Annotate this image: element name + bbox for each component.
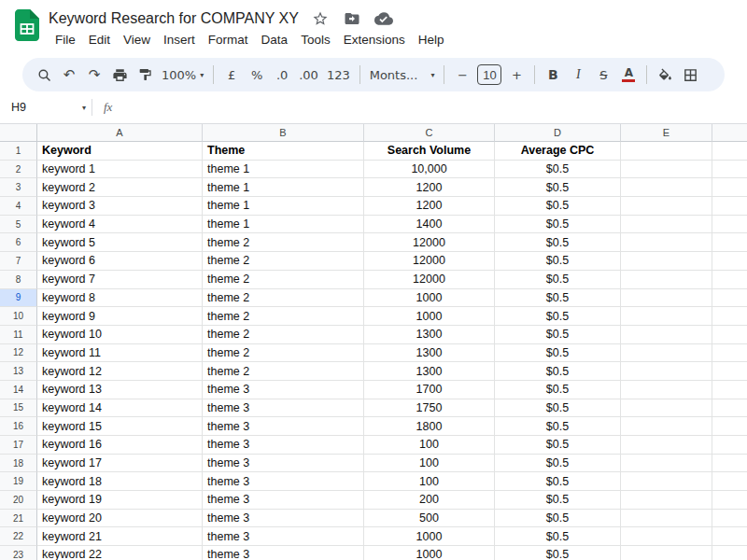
cell[interactable]: $0.5 — [495, 161, 621, 179]
row-header-5[interactable]: 5 — [0, 216, 37, 234]
cell[interactable]: theme 2 — [203, 344, 364, 363]
cell[interactable]: 1000 — [364, 289, 495, 308]
cell[interactable] — [621, 307, 712, 326]
cell[interactable]: $0.5 — [495, 527, 621, 546]
menu-item-view[interactable]: View — [117, 31, 157, 49]
menu-item-edit[interactable]: Edit — [82, 31, 117, 49]
cell[interactable] — [712, 252, 747, 271]
cell[interactable] — [712, 472, 747, 491]
row-header-6[interactable]: 6 — [0, 233, 37, 252]
cell[interactable]: keyword 6 — [37, 252, 203, 271]
cell[interactable] — [712, 178, 747, 197]
row-header-23[interactable]: 23 — [0, 546, 37, 560]
cell[interactable]: keyword 12 — [37, 362, 203, 381]
cell[interactable] — [621, 216, 712, 234]
cell[interactable]: 1000 — [364, 527, 495, 546]
cell[interactable]: $0.5 — [495, 197, 621, 216]
column-header-e[interactable]: E — [621, 124, 712, 142]
row-header-21[interactable]: 21 — [0, 510, 37, 528]
cell[interactable]: $0.5 — [495, 326, 621, 344]
cell[interactable]: 12000 — [364, 233, 495, 252]
cell[interactable]: $0.5 — [495, 510, 621, 528]
cell[interactable]: $0.5 — [495, 436, 621, 455]
cell[interactable] — [621, 417, 712, 436]
cell[interactable]: keyword 22 — [37, 546, 203, 560]
cell[interactable]: 1400 — [364, 216, 495, 234]
cell[interactable]: keyword 15 — [37, 417, 203, 436]
cell[interactable] — [621, 197, 712, 216]
more-formats-button[interactable]: 123 — [323, 63, 354, 87]
cell[interactable]: Keyword — [37, 142, 203, 161]
cell[interactable] — [712, 546, 747, 560]
cell[interactable]: $0.5 — [495, 381, 621, 399]
cell[interactable]: theme 2 — [203, 362, 364, 381]
cell[interactable] — [621, 289, 712, 308]
cell[interactable]: keyword 9 — [37, 307, 203, 326]
zoom-select[interactable]: 100%▾ — [158, 63, 207, 87]
cell[interactable] — [712, 271, 747, 289]
cell[interactable] — [712, 344, 747, 363]
strikethrough-button[interactable]: S — [591, 63, 615, 87]
cell[interactable] — [621, 271, 712, 289]
cell[interactable]: theme 3 — [203, 417, 364, 436]
cell[interactable]: theme 1 — [203, 216, 364, 234]
cell[interactable]: 1300 — [364, 326, 495, 344]
currency-format-button[interactable]: £ — [219, 63, 244, 87]
cell[interactable]: keyword 17 — [37, 455, 203, 473]
name-box[interactable]: H9 ▾ — [11, 101, 86, 114]
cell[interactable] — [621, 161, 712, 179]
cell[interactable]: theme 3 — [203, 491, 364, 510]
row-header-15[interactable]: 15 — [0, 399, 37, 418]
cell[interactable]: $0.5 — [495, 472, 621, 491]
cell[interactable]: $0.5 — [495, 307, 621, 326]
search-icon[interactable] — [32, 63, 56, 87]
row-header-3[interactable]: 3 — [0, 178, 37, 197]
cell[interactable]: 1000 — [364, 546, 495, 560]
cell[interactable] — [712, 362, 747, 381]
percent-format-button[interactable]: % — [245, 63, 269, 87]
cell[interactable]: 1200 — [364, 197, 495, 216]
cell[interactable]: 200 — [364, 491, 495, 510]
cell[interactable] — [712, 381, 747, 399]
column-header-partial[interactable] — [712, 124, 747, 142]
cell[interactable] — [712, 417, 747, 436]
cell[interactable]: keyword 13 — [37, 381, 203, 399]
menu-item-format[interactable]: Format — [202, 31, 255, 49]
menu-item-extensions[interactable]: Extensions — [337, 31, 412, 49]
menu-item-help[interactable]: Help — [412, 31, 451, 49]
cell[interactable] — [621, 381, 712, 399]
cell[interactable] — [621, 510, 712, 528]
cell[interactable]: keyword 20 — [37, 510, 203, 528]
font-select[interactable]: Monts...▾ — [366, 63, 439, 87]
column-header-c[interactable]: C — [364, 124, 495, 142]
cell[interactable] — [621, 491, 712, 510]
cell[interactable] — [712, 161, 747, 179]
cell[interactable]: $0.5 — [495, 178, 621, 197]
decrease-font-size-button[interactable]: − — [450, 63, 474, 87]
row-header-17[interactable]: 17 — [0, 436, 37, 455]
row-header-11[interactable]: 11 — [0, 326, 37, 344]
menu-item-data[interactable]: Data — [255, 31, 295, 49]
cell[interactable] — [621, 472, 712, 491]
font-size-input[interactable]: 10 — [477, 64, 501, 85]
cell[interactable]: Theme — [203, 142, 364, 161]
menu-item-file[interactable]: File — [49, 31, 82, 49]
cell[interactable]: $0.5 — [495, 399, 621, 418]
cell[interactable] — [621, 455, 712, 473]
cell[interactable]: theme 1 — [203, 178, 364, 197]
cell[interactable]: $0.5 — [495, 233, 621, 252]
cloud-status-icon[interactable] — [374, 8, 394, 29]
row-header-1[interactable]: 1 — [0, 142, 37, 161]
cell[interactable]: theme 1 — [203, 197, 364, 216]
italic-button[interactable]: I — [566, 63, 590, 87]
cell[interactable] — [712, 455, 747, 473]
cell[interactable] — [712, 307, 747, 326]
cell[interactable] — [712, 216, 747, 234]
cell[interactable]: $0.5 — [495, 289, 621, 308]
cell[interactable]: 1800 — [364, 417, 495, 436]
cell[interactable]: $0.5 — [495, 271, 621, 289]
row-header-20[interactable]: 20 — [0, 491, 37, 510]
cell[interactable]: 100 — [364, 436, 495, 455]
row-header-8[interactable]: 8 — [0, 271, 37, 289]
cell[interactable]: 1700 — [364, 381, 495, 399]
